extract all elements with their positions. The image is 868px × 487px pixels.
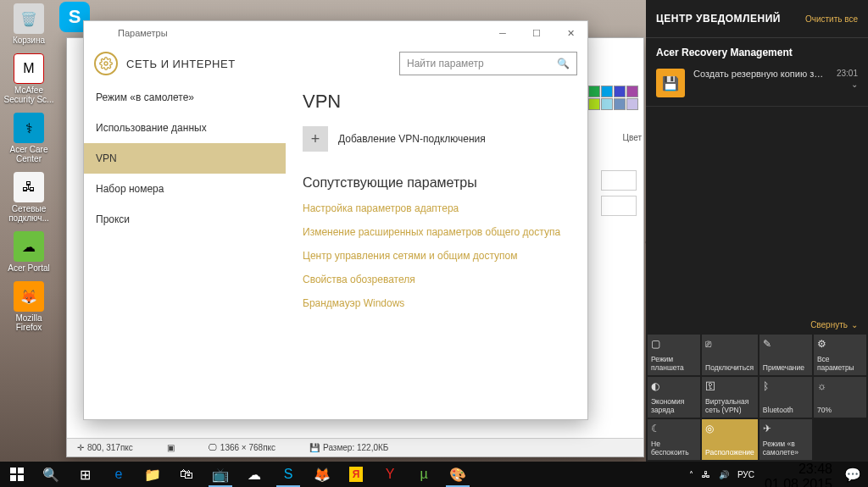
paint-toolbar-button[interactable]: [601, 170, 637, 191]
settings-nav: Режим «в самолете» Использование данных …: [84, 82, 286, 419]
desktop-icon-label: Mozilla Firefox: [3, 313, 54, 332]
notification-app-header[interactable]: Acer Recovery Management: [646, 37, 868, 64]
settings-main: VPN + Добавление VPN-подключения Сопутст…: [286, 82, 587, 419]
desktop-icon-mcafee[interactable]: M McAfee Security Sc...: [3, 53, 54, 104]
moon-icon: ☾: [651, 423, 660, 434]
tray-volume-icon[interactable]: 🔊: [719, 470, 729, 479]
link-firewall[interactable]: Брандмауэр Windows: [303, 297, 569, 309]
close-button[interactable]: ✕: [554, 21, 587, 45]
statusbar-value: 1366 × 768пкс: [220, 443, 275, 452]
nav-item-data-usage[interactable]: Использование данных: [84, 113, 286, 143]
desktop-icon-acer-care[interactable]: ⚕ Acer Care Center: [3, 113, 54, 163]
taskbar-cloud[interactable]: ☁: [237, 462, 271, 487]
desktop-icon-label: Сетевые подключ...: [3, 204, 54, 223]
tray-overflow[interactable]: ˄: [689, 470, 693, 479]
svg-rect-3: [10, 475, 16, 481]
action-center-button[interactable]: 💬: [837, 462, 868, 487]
desktop-icon-label: Acer Portal: [8, 263, 49, 273]
chevron-down-icon[interactable]: ⌄: [851, 80, 858, 89]
add-vpn-label: Добавление VPN-подключения: [338, 133, 486, 145]
desktop-icon-column: 🗑️ Корзина M McAfee Security Sc... ⚕ Ace…: [3, 3, 54, 332]
taskbar-settings[interactable]: 📺: [203, 462, 237, 487]
tile-label: Bluetooth: [763, 406, 809, 414]
nav-item-dialup[interactable]: Набор номера: [84, 174, 286, 204]
desktop-icon-label: Корзина: [13, 36, 45, 45]
taskbar-paint[interactable]: 🎨: [441, 462, 475, 487]
collapse-button[interactable]: Свернуть ⌄: [800, 315, 868, 335]
window-titlebar[interactable]: Параметры ─ ☐ ✕: [84, 21, 587, 45]
tile-location[interactable]: ◎Расположение: [702, 419, 758, 460]
minimize-button[interactable]: ─: [486, 21, 520, 45]
tile-tablet-mode[interactable]: ▢Режим планшета: [648, 335, 700, 375]
canvas-size: 🖵 1366 × 768пкс: [209, 443, 275, 452]
taskbar-clock[interactable]: 23:48 01.08.2015: [760, 462, 837, 487]
desktop-icon-firefox[interactable]: 🦊 Mozilla Firefox: [3, 281, 54, 332]
svg-rect-4: [18, 475, 24, 481]
tile-brightness[interactable]: ☼70%: [814, 377, 866, 418]
settings-window[interactable]: Параметры ─ ☐ ✕ СЕТЬ И ИНТЕРНЕТ Найти па…: [83, 20, 588, 420]
airplane-icon: ✈: [763, 423, 771, 434]
gear-icon: ⚙: [817, 338, 826, 350]
tile-label: Режим планшета: [651, 355, 697, 372]
clear-all-button[interactable]: Очистить все: [805, 14, 858, 24]
taskbar-explorer[interactable]: 📁: [136, 462, 170, 487]
tile-connect[interactable]: ⎚Подключиться: [702, 335, 758, 375]
taskbar-yandex-browser[interactable]: Y: [373, 462, 407, 487]
nav-item-airplane[interactable]: Режим «в самолете»: [84, 82, 286, 113]
tile-bluetooth[interactable]: ᛒBluetooth: [760, 377, 812, 418]
taskbar-edge[interactable]: e: [102, 462, 136, 487]
search-input[interactable]: Найти параметр 🔍: [399, 52, 577, 75]
link-network-center[interactable]: Центр управления сетями и общим доступом: [303, 250, 569, 262]
related-title: Сопутствующие параметры: [303, 175, 569, 191]
tile-label: Все параметры: [817, 355, 863, 372]
maximize-button[interactable]: ☐: [520, 21, 554, 45]
taskbar-skype[interactable]: S: [271, 462, 305, 487]
tray-network-icon[interactable]: 🖧: [702, 470, 710, 479]
desktop-icon-label: Acer Care Center: [3, 145, 54, 163]
start-button[interactable]: [0, 462, 34, 487]
notification-item[interactable]: 💾 Создать резервную копию заводс 23:01 ⌄: [646, 64, 868, 107]
tile-quiet-hours[interactable]: ☾Не беспокоить: [648, 419, 700, 460]
add-vpn-button[interactable]: + Добавление VPN-подключения: [303, 126, 569, 152]
gear-icon: [94, 52, 118, 75]
tile-battery-saver[interactable]: ◐Экономия заряда: [648, 377, 700, 418]
paint-toolbar-button[interactable]: [601, 196, 637, 216]
nav-item-vpn[interactable]: VPN: [84, 143, 286, 174]
taskbar-store[interactable]: 🛍: [170, 462, 203, 487]
task-view-button[interactable]: ⊞: [68, 462, 102, 487]
link-internet-options[interactable]: Свойства обозревателя: [303, 274, 569, 285]
settings-header: СЕТЬ И ИНТЕРНЕТ Найти параметр 🔍: [84, 45, 587, 82]
taskbar-utorrent[interactable]: µ: [407, 462, 441, 487]
tile-all-settings[interactable]: ⚙Все параметры: [814, 335, 866, 375]
cursor-position: ✛ 800, 317пкс: [77, 443, 133, 452]
window-title: Параметры: [118, 28, 168, 38]
collapse-label: Свернуть: [810, 320, 848, 329]
search-button[interactable]: 🔍: [34, 462, 68, 487]
desktop-icon-network[interactable]: 🖧 Сетевые подключ...: [3, 172, 54, 223]
taskbar-firefox[interactable]: 🦊: [305, 462, 339, 487]
tile-label: Примечание: [763, 363, 809, 372]
page-title: VPN: [303, 91, 569, 113]
tile-airplane-mode[interactable]: ✈Режим «в самолете»: [760, 419, 812, 460]
link-sharing-settings[interactable]: Изменение расширенных параметров общего …: [303, 226, 569, 238]
vpn-icon: ⚿: [705, 380, 715, 392]
cloud-icon: ☁: [14, 231, 44, 262]
tile-vpn[interactable]: ⚿Виртуальная сеть (VPN): [702, 377, 758, 418]
tile-label: 70%: [817, 406, 863, 414]
desktop-icon-recycle-bin[interactable]: 🗑️ Корзина: [3, 3, 54, 45]
link-adapter-settings[interactable]: Настройка параметров адаптера: [303, 202, 569, 214]
taskbar-yandex[interactable]: Я: [339, 462, 373, 487]
tile-label: Подключиться: [705, 363, 754, 372]
tile-label: Не беспокоить: [651, 440, 697, 457]
chevron-down-icon: ⌄: [851, 320, 858, 329]
statusbar-value: Размер: 122,0КБ: [323, 443, 388, 452]
nav-item-proxy[interactable]: Прокси: [84, 204, 286, 235]
svg-rect-1: [10, 468, 16, 473]
tile-note[interactable]: ✎Примечание: [760, 335, 812, 375]
tray-language[interactable]: РУС: [737, 470, 754, 479]
desktop-icon-acer-portal[interactable]: ☁ Acer Portal: [3, 231, 54, 273]
note-icon: ✎: [763, 338, 771, 350]
recycle-bin-icon: 🗑️: [14, 3, 44, 34]
bluetooth-icon: ᛒ: [763, 380, 769, 392]
tile-label: Режим «в самолете»: [763, 440, 809, 457]
